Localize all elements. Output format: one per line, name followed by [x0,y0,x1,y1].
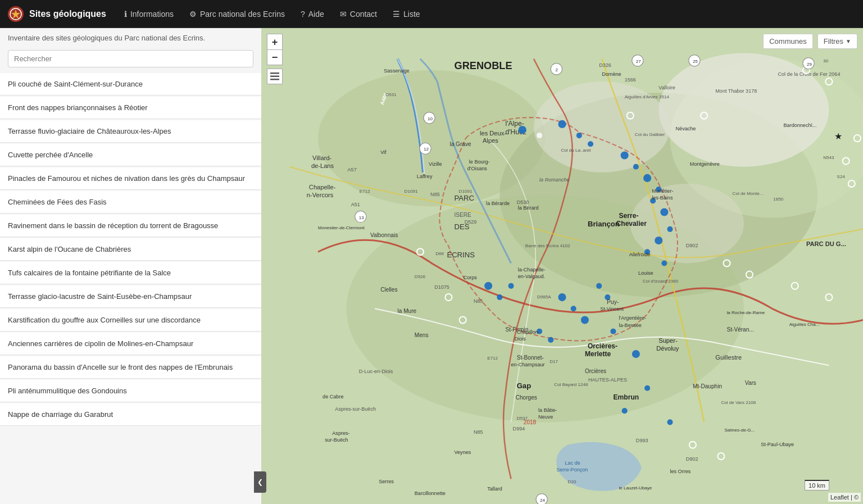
nav-parc[interactable]: ⚙ Parc national des Ecrins [183,6,292,22]
svg-point-69 [661,260,667,266]
scale-label: 10 km [809,482,825,489]
svg-text:Serre-Ponçon: Serre-Ponçon [556,467,588,473]
site-list-item[interactable]: Pli anténummulitique des Gondouins [0,380,261,402]
svg-text:Puy-: Puy- [607,299,619,305]
site-list-item[interactable]: Cuvette perchée d'Ancelle [0,144,261,166]
zoom-in-button[interactable]: + [267,34,283,49]
svg-text:Vars: Vars [745,380,756,386]
svg-text:Aiguilles d'Arves 3514: Aiguilles d'Arves 3514 [625,94,670,99]
svg-text:Barre des Ecrins 4102: Barre des Ecrins 4102 [525,243,570,248]
layer-button[interactable] [267,69,283,84]
svg-point-56 [537,133,542,138]
svg-text:St-Véran...: St-Véran... [727,326,754,333]
nav-contact[interactable]: ✉ Contact [333,6,384,22]
svg-text:13: 13 [359,215,364,220]
svg-text:Serre-: Serre- [619,212,639,220]
svg-text:Salines-de-G...: Salines-de-G... [724,428,755,433]
site-list-item[interactable]: Pli couché de Saint-Clément-sur-Durance [0,73,261,96]
svg-text:Orcières-: Orcières- [588,342,617,350]
svg-text:Villard-: Villard- [312,155,332,161]
svg-text:D1091: D1091 [405,189,418,194]
svg-text:St-Vincent: St-Vincent [600,306,624,312]
site-list-item[interactable]: Ravinement dans le bassin de réception d… [0,215,261,237]
svg-point-79 [667,419,673,425]
communes-filter[interactable]: Communes [763,34,812,49]
nav-contact-label: Contact [350,10,377,19]
svg-text:D993: D993 [636,438,648,443]
nav-informations[interactable]: ℹ Informations [117,6,180,22]
sidebar-search-area [0,47,261,73]
svg-text:Domène: Domène [602,71,621,77]
svg-text:de Cabre: de Cabre [323,394,343,399]
map-controls: + − [267,34,283,84]
svg-text:S24: S24 [837,174,846,179]
map-container[interactable]: GRENOBLE l'Alpe- d'Huez Villard- de-Lans… [261,28,863,504]
svg-text:la-Bessée: la-Bessée [619,323,642,328]
svg-text:Vif: Vif [380,149,387,155]
svg-text:de-Lans: de-Lans [311,162,334,169]
svg-text:Chapillon-: Chapillon- [517,329,540,335]
svg-text:A57: A57 [348,167,357,172]
svg-text:Orcières: Orcières [585,368,606,374]
svg-point-82 [508,283,514,289]
svg-text:Veynes: Veynes [455,449,471,455]
site-list-item[interactable]: Front des nappes briançonnaises à Réotie… [0,97,261,119]
site-list-item[interactable]: Tufs calcaires de la fontaine pétrifiant… [0,262,261,284]
svg-text:Barcillonnette: Barcillonnette [415,491,446,496]
aide-icon: ? [301,10,305,19]
site-list-item[interactable]: Cheminées de Fées des Fasis [0,191,261,214]
collapse-sidebar-button[interactable]: ❮ [254,471,266,493]
svg-text:Valbonnais: Valbonnais [370,232,398,238]
svg-text:Névache: Névache [676,126,696,131]
filtres-button[interactable]: Filtres [817,34,857,49]
svg-text:les Deux-: les Deux- [480,130,506,137]
filtres-label: Filtres [824,37,843,46]
site-list-item[interactable]: Panorama du bassin d'Ancelle sur le fron… [0,356,261,379]
sidebar-description: Inventaire des sites géologiques du Parc… [0,28,261,47]
svg-text:25: 25 [693,59,698,64]
brand-logo[interactable]: Sites géologiques [7,5,106,23]
communes-label: Communes [769,37,806,46]
zoom-out-button[interactable]: − [267,49,283,65]
svg-text:D531: D531 [385,92,397,97]
nav-liste[interactable]: ☰ Liste [386,6,427,22]
map-svg: GRENOBLE l'Alpe- d'Huez Villard- de-Lans… [261,28,863,504]
svg-text:Merlette: Merlette [585,350,611,358]
svg-text:sur-Buëch: sur-Buëch [325,437,348,443]
svg-text:Embrun: Embrun [613,393,639,401]
site-list-item[interactable]: Karst alpin de l'Oucane de Chabrières [0,238,261,261]
svg-text:Mont Thabor 3178: Mont Thabor 3178 [715,88,757,94]
site-list-item[interactable]: Terrasse glacio-lacustre de Saint-Eusèbe… [0,285,261,308]
search-input[interactable] [8,50,253,67]
svg-text:Serres: Serres [379,479,394,484]
svg-text:les-Bains: les-Bains [652,195,673,201]
svg-text:D326: D326 [599,62,611,68]
svg-text:D529: D529 [465,219,477,225]
site-list-item[interactable]: Pinacles de Famourou et niches de nivati… [0,167,261,190]
svg-text:Col du Galibier: Col du Galibier [635,132,665,137]
svg-point-76 [632,350,640,358]
svg-text:Lac de: Lac de [565,460,580,466]
svg-text:★: ★ [834,131,842,141]
svg-text:Col de Monte...: Col de Monte... [733,191,764,196]
svg-text:la Bérard: la Bérard [518,205,539,211]
nav-aide[interactable]: ? Aide [294,6,331,22]
svg-rect-199 [270,72,279,74]
site-list-item[interactable]: Terrasse fluvio-glaciaire de Châteauroux… [0,120,261,143]
svg-point-55 [519,126,526,134]
attribution-text: Leaflet | © [830,494,859,501]
svg-text:D1075: D1075 [434,284,449,290]
svg-text:Alpes: Alpes [483,137,498,144]
svg-point-67 [655,237,662,244]
svg-point-61 [633,164,639,170]
sidebar-info-text: Inventaire des sites géologiques du Parc… [8,34,205,42]
site-list-item[interactable]: Anciennes carrières de cipolin de Moline… [0,333,261,355]
svg-text:HAUTES-ALPES: HAUTES-ALPES [588,377,627,383]
site-list-item[interactable]: Karstification du gouffre aux Corneilles… [0,309,261,332]
svg-rect-200 [270,76,279,78]
svg-text:Chorges: Chorges [516,394,537,401]
navbar: Sites géologiques ℹ Informations ⚙ Parc … [0,0,863,28]
site-list-item[interactable]: Nappe de charriage du Garabrut [0,403,261,426]
svg-text:N543: N543 [823,155,834,160]
svg-text:30: 30 [823,58,828,63]
